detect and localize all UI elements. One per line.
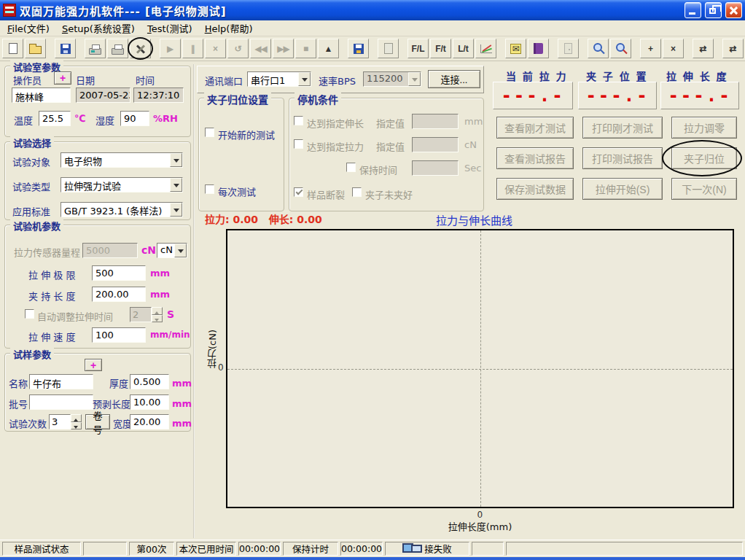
- print-preview-button[interactable]: [85, 39, 106, 58]
- batch-input[interactable]: [29, 394, 93, 410]
- auto-adjust-checkbox[interactable]: [25, 309, 34, 319]
- add-button[interactable]: +: [640, 39, 661, 58]
- status-panel: 00:00:00: [340, 542, 383, 556]
- minimize-button[interactable]: [684, 2, 701, 18]
- save-test-data-button[interactable]: 保存测试数据: [496, 178, 574, 200]
- toolbar-separator: [77, 39, 83, 58]
- fl-curve-button[interactable]: F/L: [407, 39, 429, 58]
- clamp-return-button[interactable]: 夹子归位: [671, 147, 737, 169]
- temperature-input[interactable]: 25.5: [39, 111, 71, 126]
- test-count-spinner[interactable]: 3: [49, 414, 82, 429]
- current-force-display: ---.-: [493, 82, 573, 109]
- up-button[interactable]: ▲: [318, 39, 339, 58]
- spinner-up-icon[interactable]: [152, 307, 163, 315]
- next-test-button[interactable]: 下一次(N): [671, 178, 737, 200]
- delete-button[interactable]: ×: [663, 39, 684, 58]
- force-zero-button[interactable]: 拉力调零: [671, 117, 737, 139]
- add-sample-button[interactable]: +: [85, 359, 102, 371]
- transfer-button[interactable]: ⇄: [693, 39, 714, 58]
- prepeel-input[interactable]: 10.00: [130, 394, 169, 410]
- swap-arrows-green-icon: ⇄: [729, 44, 736, 53]
- reset-button[interactable]: ↺: [227, 39, 249, 58]
- zoom-button[interactable]: [588, 39, 609, 58]
- print-last-test-button[interactable]: 打印刚才测试: [582, 117, 663, 139]
- statusbar: 样品测试状态第00次本次已用时间00:00:00保持计时00:00:00×接失败: [0, 540, 745, 557]
- tools-button[interactable]: [130, 39, 151, 58]
- spinner-down-icon[interactable]: [71, 422, 82, 430]
- close-button[interactable]: [725, 2, 742, 18]
- view-last-test-button[interactable]: 查看刚才测试: [496, 117, 574, 139]
- auto-adjust-label: 自动调整拉伸时间: [37, 309, 113, 323]
- status-text: 保持计时: [292, 542, 329, 556]
- export-data-button[interactable]: [348, 39, 369, 58]
- chevron-down-icon[interactable]: [298, 72, 311, 86]
- grip-length-label: 夹 持 长 度: [28, 289, 75, 303]
- sensor-unit-select[interactable]: cN: [157, 243, 187, 258]
- grip-length-input[interactable]: 200.00: [92, 287, 146, 302]
- help-book-button[interactable]: [528, 39, 549, 58]
- thickness-input[interactable]: 0.500: [130, 374, 169, 389]
- test-select-group: 试验选择 试验对象 电子织物 试验类型 拉伸强力试验 应用标准 GB/T 392…: [4, 141, 191, 220]
- new-test-checkbox[interactable]: [205, 128, 214, 137]
- sample-name-input[interactable]: 牛仔布: [29, 374, 93, 389]
- start-stretch-button[interactable]: 拉伸开始(S): [582, 178, 663, 200]
- spinner-up-icon[interactable]: [71, 414, 82, 422]
- skip-back-icon: ◀◀: [254, 44, 266, 53]
- roll-number-button[interactable]: 卷号: [85, 414, 110, 429]
- date-value: 2007-05-23: [76, 88, 130, 103]
- status-panel: 00:00:00: [238, 542, 281, 556]
- chevron-down-icon[interactable]: [170, 178, 182, 192]
- zoom-arrows-button[interactable]: [610, 39, 631, 58]
- test-object-select[interactable]: 电子织物: [61, 152, 183, 168]
- save-button[interactable]: [55, 39, 76, 58]
- stretch-speed-unit: mm/min: [150, 330, 190, 340]
- pause-button[interactable]: ∥: [182, 39, 203, 58]
- menu-test[interactable]: Test(测试): [143, 20, 200, 36]
- chevron-down-icon[interactable]: [170, 153, 182, 167]
- exit-button[interactable]: [558, 39, 579, 58]
- add-operator-button[interactable]: +: [54, 71, 71, 85]
- test-type-select[interactable]: 拉伸强力试验: [61, 177, 183, 192]
- sensor-range-unit: cN: [141, 244, 156, 256]
- ft-curve-button[interactable]: F/t: [430, 39, 451, 58]
- skip-forward-button[interactable]: ▶▶: [273, 39, 294, 58]
- chevron-down-icon[interactable]: [174, 244, 187, 257]
- print-button[interactable]: [107, 39, 128, 58]
- mail-button[interactable]: ✉: [505, 39, 526, 58]
- humidity-input[interactable]: 90: [120, 111, 149, 126]
- grip-length-unit: mm: [150, 289, 170, 300]
- multi-curve-button[interactable]: [475, 39, 496, 58]
- spinner-down-icon[interactable]: [152, 315, 163, 323]
- operator-input[interactable]: 施林峰: [12, 88, 71, 103]
- swap-arrows-icon: ⇄: [699, 44, 706, 53]
- elong-readout-value: 0.00: [297, 214, 322, 225]
- connect-button[interactable]: 连接...: [428, 70, 480, 88]
- sync-button[interactable]: ⇄: [722, 39, 744, 58]
- standard-select[interactable]: GB/T 3923.1 (条样法): [61, 202, 183, 217]
- stop-button[interactable]: ■: [295, 39, 316, 58]
- restore-button[interactable]: [705, 2, 722, 18]
- menu-file[interactable]: File(文件): [3, 20, 58, 36]
- print-report-button[interactable]: 打印测试报告: [582, 147, 663, 169]
- group-title: 试验选择: [10, 136, 54, 149]
- width-input[interactable]: 20.00: [130, 414, 169, 429]
- skip-back-button[interactable]: ◀◀: [250, 39, 271, 58]
- comm-port-select[interactable]: 串行口1: [247, 71, 311, 87]
- comm-port-label: 通讯端口: [205, 74, 243, 88]
- menu-setup[interactable]: Setup(系统设置): [58, 20, 143, 36]
- cancel-button[interactable]: ×: [205, 39, 226, 58]
- sample-params-group: 试样参数 + 名称 牛仔布 厚度 0.500 mm 批号 预剥长度 10.00 …: [4, 353, 191, 432]
- report-button[interactable]: [378, 39, 399, 58]
- lt-curve-button[interactable]: L/t: [453, 39, 474, 58]
- new-button[interactable]: [2, 39, 23, 58]
- menu-help[interactable]: Help(帮助): [200, 20, 261, 36]
- live-readout: 拉力: 0.00 伸长: 0.00: [205, 211, 322, 226]
- stretch-limit-input[interactable]: 500: [92, 265, 146, 281]
- chevron-down-icon[interactable]: [170, 203, 182, 217]
- play-button[interactable]: ▶: [160, 39, 181, 58]
- auto-adjust-spinner[interactable]: 2: [130, 307, 163, 322]
- each-test-checkbox[interactable]: [205, 184, 214, 194]
- stretch-speed-input[interactable]: 100: [92, 327, 146, 343]
- view-report-button[interactable]: 查看测试报告: [496, 147, 574, 169]
- open-button[interactable]: [25, 39, 46, 58]
